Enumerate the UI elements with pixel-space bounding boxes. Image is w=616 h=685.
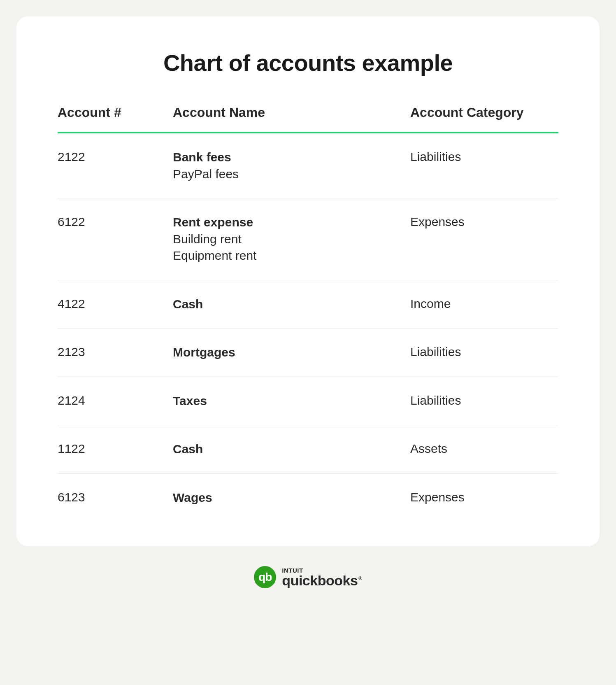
account-name-main: Cash xyxy=(173,296,410,313)
account-name-main: Wages xyxy=(173,489,410,506)
account-name-main: Rent expense xyxy=(173,214,410,231)
header-account-category: Account Category xyxy=(410,105,558,120)
table-header-row: Account # Account Name Account Category xyxy=(58,105,558,133)
account-name-main: Cash xyxy=(173,441,410,458)
account-name: Bank feesPayPal fees xyxy=(173,149,410,182)
header-account-name: Account Name xyxy=(173,105,410,120)
account-number: 6123 xyxy=(58,489,173,504)
account-name: Mortgages xyxy=(173,344,410,361)
account-name-sub: Equipment rent xyxy=(173,247,410,264)
table-row: 2124TaxesLiabilities xyxy=(58,377,558,426)
account-name: Cash xyxy=(173,296,410,313)
header-account-number: Account # xyxy=(58,105,173,120)
account-name-main: Bank fees xyxy=(173,149,410,166)
table-row: 6123WagesExpenses xyxy=(58,474,558,522)
account-name-main: Taxes xyxy=(173,393,410,410)
table-row: 2123MortgagesLiabilities xyxy=(58,329,558,377)
account-number: 2122 xyxy=(58,149,173,164)
quickbooks-logo-icon: qb xyxy=(254,566,276,588)
branding: qb INTUIT quickbooks® xyxy=(254,566,362,588)
account-name-sub: PayPal fees xyxy=(173,166,410,183)
account-name: Taxes xyxy=(173,393,410,410)
account-number: 1122 xyxy=(58,441,173,456)
table-row: 1122CashAssets xyxy=(58,425,558,474)
page-title: Chart of accounts example xyxy=(58,49,558,76)
chart-card: Chart of accounts example Account # Acco… xyxy=(16,16,600,546)
accounts-table: Account # Account Name Account Category … xyxy=(58,105,558,522)
account-category: Income xyxy=(410,296,558,311)
account-category: Assets xyxy=(410,441,558,456)
brand-text: INTUIT quickbooks® xyxy=(282,567,362,587)
table-row: 2122Bank feesPayPal feesLiabilities xyxy=(58,133,558,198)
account-number: 6122 xyxy=(58,214,173,229)
account-number: 2124 xyxy=(58,393,173,408)
account-name: Cash xyxy=(173,441,410,458)
account-number: 4122 xyxy=(58,296,173,311)
account-category: Expenses xyxy=(410,489,558,504)
account-number: 2123 xyxy=(58,344,173,359)
account-category: Liabilities xyxy=(410,393,558,408)
account-name: Wages xyxy=(173,489,410,506)
account-name: Rent expenseBuilding rentEquipment rent xyxy=(173,214,410,264)
table-row: 4122CashIncome xyxy=(58,280,558,329)
account-category: Expenses xyxy=(410,214,558,229)
account-name-main: Mortgages xyxy=(173,344,410,361)
quickbooks-label: quickbooks® xyxy=(282,573,362,587)
account-category: Liabilities xyxy=(410,344,558,359)
table-row: 6122Rent expenseBuilding rentEquipment r… xyxy=(58,198,558,280)
account-name-sub: Building rent xyxy=(173,231,410,248)
account-category: Liabilities xyxy=(410,149,558,164)
